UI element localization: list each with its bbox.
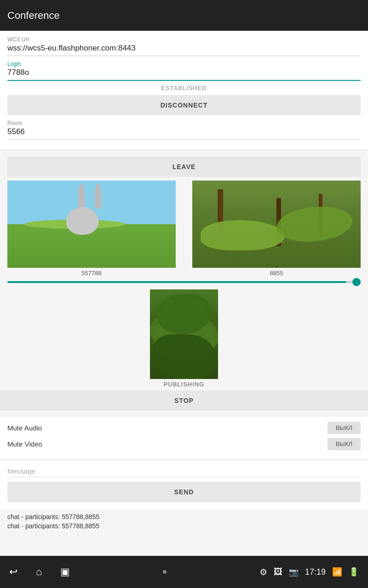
video-thumb-557788 — [7, 181, 176, 268]
camera-icon[interactable]: 📷 — [289, 567, 299, 577]
app-header: Conference — [0, 0, 368, 31]
volume-slider[interactable] — [7, 279, 361, 286]
participant-8855: 8855 — [192, 181, 361, 277]
navbar: ↩ ⌂ ▣ ⚙ 🖼 📷 17:19 📶 🔋 — [0, 556, 368, 588]
foliage-bot — [153, 334, 214, 379]
mute-audio-button[interactable]: ВЫКЛ — [328, 422, 361, 434]
login-label: Login — [7, 61, 361, 67]
video-section: LEAVE 557788 — [0, 150, 368, 289]
bunny-ear-left — [78, 183, 85, 209]
bunny-scene — [7, 181, 176, 268]
nav-left: ↩ ⌂ ▣ — [9, 566, 70, 578]
battery-icon: 🔋 — [349, 567, 359, 577]
form-section: WCS Url wss://wcs5-eu.flashphoner.com:84… — [0, 31, 368, 150]
forest-scene — [192, 181, 361, 268]
video-grid: 557788 8855 — [7, 181, 361, 277]
mute-audio-row: Mute Audio ВЫКЛ — [7, 422, 361, 434]
foliage2 — [276, 207, 352, 242]
nav-right: ⚙ 🖼 📷 17:19 📶 🔋 — [259, 567, 359, 577]
nav-center — [70, 570, 259, 574]
bunny-ear-right — [95, 183, 101, 209]
slider-fill — [7, 281, 346, 283]
wifi-icon: 📶 — [332, 567, 342, 577]
back-icon[interactable]: ↩ — [9, 566, 17, 578]
room-value: 5566 — [7, 127, 361, 140]
participant-557788: 557788 — [7, 181, 176, 277]
home-icon[interactable]: ⌂ — [36, 566, 42, 578]
disconnect-button[interactable]: DISCONNECT — [7, 95, 361, 115]
slider-track — [7, 281, 361, 283]
mute-video-label: Mute Video — [7, 440, 42, 448]
chat-line-1: chat - participants: 557788,8855 — [7, 522, 361, 530]
leave-button-wrap: LEAVE — [7, 157, 361, 177]
message-section: SEND — [0, 460, 368, 509]
leave-button[interactable]: LEAVE — [7, 157, 361, 177]
mute-video-row: Mute Video ВЫКЛ — [7, 438, 361, 450]
controls-section: Mute Audio ВЫКЛ Mute Video ВЫКЛ — [0, 417, 368, 458]
mute-video-button[interactable]: ВЫКЛ — [328, 438, 361, 450]
nav-dot — [163, 570, 167, 574]
publishing-section: PUBLISHING STOP — [0, 289, 368, 417]
wcs-url-value: wss://wcs5-eu.flashphoner.com:8443 — [7, 44, 361, 56]
wcs-url-label: WCS Url — [7, 36, 361, 43]
stop-button[interactable]: STOP — [0, 390, 368, 411]
gallery-icon[interactable]: 🖼 — [274, 567, 282, 577]
app-title: Conference — [7, 10, 60, 22]
settings-icon[interactable]: ⚙ — [259, 567, 267, 577]
login-value: 7788o — [7, 68, 361, 81]
foliage-scene — [150, 289, 218, 379]
main-content: WCS Url wss://wcs5-eu.flashphoner.com:84… — [0, 31, 368, 556]
publishing-video — [150, 289, 218, 379]
bunny-head — [66, 207, 98, 235]
participant-label-557788: 557788 — [81, 270, 101, 277]
mute-audio-label: Mute Audio — [7, 424, 42, 432]
foliage1 — [201, 220, 285, 251]
chat-section: chat - participants: 557788,8855 chat - … — [0, 509, 368, 556]
publishing-label: PUBLISHING — [164, 381, 205, 388]
connection-status: ESTABLISHED — [7, 85, 361, 91]
send-button[interactable]: SEND — [7, 482, 361, 502]
chat-line-0: chat - participants: 557788,8855 — [7, 513, 361, 520]
video-spacer — [179, 181, 189, 277]
participant-label-8855: 8855 — [270, 270, 283, 277]
recents-icon[interactable]: ▣ — [60, 566, 70, 578]
message-input[interactable] — [7, 465, 361, 477]
clock: 17:19 — [305, 567, 326, 577]
room-label: Room — [7, 120, 361, 126]
slider-thumb — [352, 278, 361, 286]
video-thumb-8855 — [192, 181, 361, 268]
